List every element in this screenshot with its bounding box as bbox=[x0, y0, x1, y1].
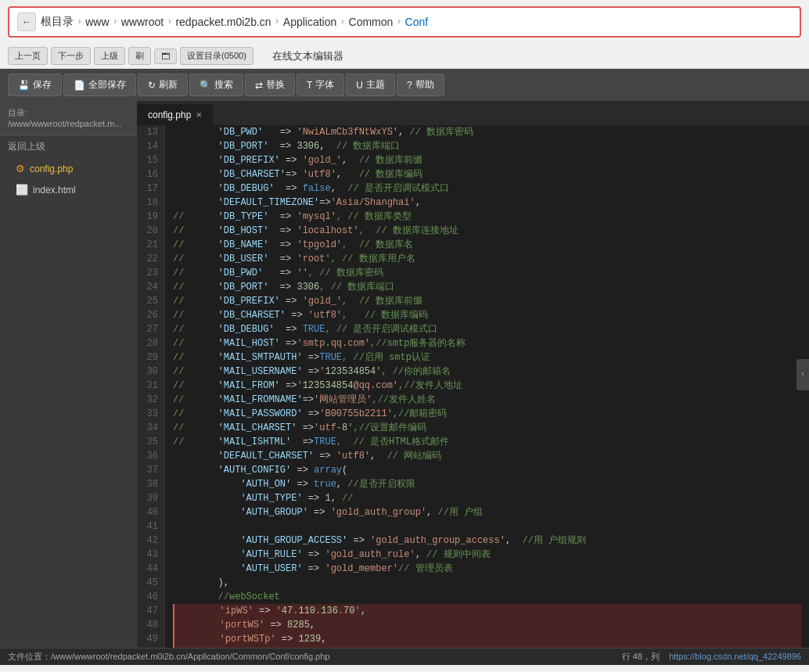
breadcrumb-root[interactable]: 根目录 bbox=[41, 15, 74, 29]
code-content[interactable]: 1314151617181920212223242526272829303132… bbox=[137, 125, 809, 648]
sep3: › bbox=[167, 16, 172, 27]
blog-link[interactable]: https://blog.csdn.net/qq_42249896 bbox=[669, 652, 801, 661]
sidebar-item-config[interactable]: ⚙ config.php bbox=[0, 158, 137, 179]
sep5: › bbox=[340, 16, 345, 27]
file-path-status: 文件位置：/www/wwwroot/redpacket.m0i2b.cn/App… bbox=[8, 651, 329, 663]
tab-config[interactable]: config.php × bbox=[137, 104, 213, 125]
breadcrumb-bar: ← 根目录 › www › wwwroot › redpacket.m0i2b.… bbox=[8, 6, 801, 38]
theme-icon: U bbox=[356, 80, 363, 91]
refresh-icon: ↻ bbox=[148, 80, 156, 91]
sep6: › bbox=[396, 16, 401, 27]
code-lines[interactable]: 'DB_PWD' => 'NwiALmCb3fNtWxYS', // 数据库密码… bbox=[165, 125, 809, 648]
save-button[interactable]: 💾 保存 bbox=[8, 74, 62, 96]
help-button[interactable]: ? 帮助 bbox=[397, 74, 444, 96]
php-icon: ⚙ bbox=[16, 163, 25, 174]
sep1: › bbox=[77, 16, 82, 27]
up-button[interactable]: 上级 bbox=[94, 47, 125, 65]
window-button[interactable]: 🗔 bbox=[154, 49, 177, 64]
help-icon: ? bbox=[407, 80, 412, 91]
editor-main: 目录: /www/wwwroot/redpacket.m... 返回上级 ⚙ c… bbox=[0, 101, 809, 648]
config-filename: config.php bbox=[30, 164, 73, 174]
sep2: › bbox=[113, 16, 118, 27]
sidebar: 目录: /www/wwwroot/redpacket.m... 返回上级 ⚙ c… bbox=[0, 101, 137, 648]
search-icon: 🔍 bbox=[200, 80, 211, 91]
prev-button[interactable]: 上一页 bbox=[8, 47, 48, 65]
refresh-sm-button[interactable]: 刷 bbox=[128, 47, 151, 65]
editor-container: config.php × 131415161718192021222324252… bbox=[137, 101, 809, 648]
breadcrumb-www[interactable]: www bbox=[85, 16, 109, 28]
breadcrumb-common[interactable]: Common bbox=[349, 16, 394, 28]
status-bar: 文件位置：/www/wwwroot/redpacket.m0i2b.cn/App… bbox=[0, 648, 809, 665]
position-status: 行 48，列 https://blog.csdn.net/qq_42249896 bbox=[622, 651, 801, 663]
code-area: config.php × 131415161718192021222324252… bbox=[137, 101, 809, 648]
breadcrumb-conf[interactable]: Conf bbox=[405, 16, 429, 28]
font-icon: T bbox=[307, 80, 312, 91]
breadcrumb-domain[interactable]: redpacket.m0i2b.cn bbox=[175, 16, 271, 28]
breadcrumb-wwwroot[interactable]: wwwroot bbox=[121, 16, 164, 28]
theme-button[interactable]: U 主题 bbox=[346, 74, 395, 96]
save-all-button[interactable]: 📄 全部保存 bbox=[63, 74, 136, 96]
html-icon: ⬜ bbox=[16, 184, 28, 196]
tab-close-button[interactable]: × bbox=[196, 109, 202, 120]
next-button[interactable]: 下一步 bbox=[51, 47, 91, 65]
back-button[interactable]: ← bbox=[17, 13, 36, 31]
sidebar-item-index[interactable]: ⬜ index.html bbox=[0, 179, 137, 200]
breadcrumb-application[interactable]: Application bbox=[283, 16, 337, 28]
back-icon: ← bbox=[23, 16, 30, 28]
sidebar-back[interactable]: 返回上级 bbox=[0, 135, 137, 158]
refresh-button[interactable]: ↻ 刷新 bbox=[138, 74, 188, 96]
settings-button[interactable]: 设置目录(0500) bbox=[180, 47, 253, 65]
sidebar-path: 目录: /www/wwwroot/redpacket.m... bbox=[0, 101, 137, 135]
collapse-arrow[interactable]: ‹ bbox=[796, 359, 809, 390]
editor-toolbar: 💾 保存 📄 全部保存 ↻ 刷新 🔍 搜索 ⇄ 替换 T 字体 U 主题 ? 帮… bbox=[0, 69, 809, 101]
save-all-icon: 📄 bbox=[74, 80, 85, 91]
replace-icon: ⇄ bbox=[255, 80, 263, 91]
search-button[interactable]: 🔍 搜索 bbox=[189, 74, 243, 96]
replace-button[interactable]: ⇄ 替换 bbox=[245, 74, 295, 96]
sep4: › bbox=[275, 16, 280, 27]
toolbar-row: 上一页 下一步 上级 刷 🗔 设置目录(0500) 在线文本编辑器 bbox=[0, 44, 809, 69]
breadcrumb-items: 根目录 › www › wwwroot › redpacket.m0i2b.cn… bbox=[41, 15, 428, 29]
index-filename: index.html bbox=[33, 185, 76, 196]
save-icon: 💾 bbox=[18, 80, 30, 91]
tab-bar: config.php × bbox=[137, 101, 809, 125]
tab-config-label: config.php bbox=[148, 110, 191, 120]
line-numbers: 1314151617181920212223242526272829303132… bbox=[137, 125, 165, 648]
editor-label: 在线文本编辑器 bbox=[272, 49, 343, 63]
font-button[interactable]: T 字体 bbox=[297, 74, 344, 96]
